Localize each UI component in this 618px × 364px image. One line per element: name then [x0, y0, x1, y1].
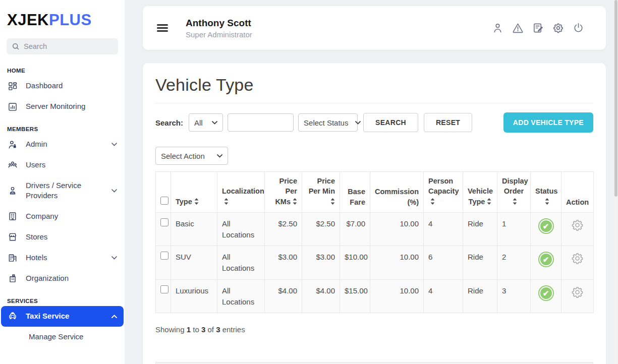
column-header-label: Price Per Min — [309, 177, 335, 195]
search-input[interactable] — [228, 113, 294, 132]
status-filter-select[interactable]: Select Status — [298, 113, 358, 132]
sidebar-item-label: Drivers / Service Providers — [26, 180, 104, 201]
cell-person-capacity: 6 — [424, 246, 463, 280]
sort-icon[interactable] — [330, 197, 335, 207]
row-checkbox[interactable] — [160, 252, 168, 260]
summary-text: entries — [222, 325, 245, 334]
row-checkbox[interactable] — [160, 285, 168, 293]
cell-display-order: 1 — [497, 212, 531, 246]
settings-icon[interactable] — [552, 22, 565, 34]
sidebar-item-label: Taxi Service — [26, 311, 104, 321]
cell-commission: 10.00 — [370, 246, 424, 280]
sort-icon[interactable] — [513, 197, 517, 207]
sidebar-item-organization[interactable]: Organization — [0, 268, 125, 289]
cell-base-fare: $7.00 — [340, 212, 370, 246]
monitor-icon — [8, 101, 18, 112]
reset-button[interactable]: RESET — [424, 113, 472, 132]
search-field-select[interactable]: All — [189, 113, 223, 132]
cell-price-per-min: $2.50 — [302, 212, 340, 246]
topbar-icons — [491, 22, 585, 34]
sidebar-item-manage-service[interactable]: Manage Service — [0, 327, 125, 347]
sidebar-section-label: MEMBERS — [0, 117, 125, 134]
sort-icon[interactable] — [487, 197, 491, 207]
sort-icon[interactable] — [545, 197, 549, 207]
user-role: Super Administrator — [186, 30, 252, 39]
row-settings-gear-icon[interactable] — [571, 252, 584, 265]
column-header-type[interactable]: Type — [171, 172, 217, 213]
organization-icon — [8, 273, 18, 284]
dashboard-icon — [8, 81, 18, 91]
users-icon — [8, 160, 18, 170]
status-active-icon[interactable]: ✔ — [538, 285, 554, 301]
sidebar-item-label: Stores — [26, 232, 118, 242]
cell-localization: All Locations — [217, 246, 265, 280]
sidebar-item-label: Organization — [26, 273, 118, 283]
cell-status: ✔ — [531, 279, 561, 313]
sidebar-section-label: SERVICES — [0, 289, 125, 306]
cell-display-order: 2 — [497, 246, 531, 280]
column-header-display-order[interactable]: Display Order — [497, 172, 531, 213]
select-all-checkbox[interactable] — [160, 197, 168, 205]
row-settings-gear-icon[interactable] — [571, 285, 584, 299]
cell-status: ✔ — [531, 212, 561, 246]
cell-person-capacity: 4 — [424, 212, 463, 246]
cell-price-per-min: $4.00 — [302, 279, 340, 313]
sidebar-item-drivers-service-providers[interactable]: Drivers / Service Providers — [0, 175, 125, 206]
scrollbar-thumb[interactable] — [614, 0, 617, 197]
column-header-price-per-min[interactable]: Price Per Min — [302, 172, 340, 213]
row-settings-gear-icon[interactable] — [571, 218, 584, 232]
profile-icon[interactable] — [491, 22, 504, 34]
user-name: Anthony Scott — [186, 18, 252, 29]
column-header-person-capacity[interactable]: Person Capacity — [424, 172, 463, 213]
column-header-label: Type — [176, 198, 192, 206]
vehicle-type-table: TypeLocalizationPrice Per KMsPrice Per M… — [155, 171, 594, 313]
sort-icon[interactable] — [430, 197, 435, 207]
sidebar-item-taxi-service[interactable]: Taxi Service — [1, 306, 124, 327]
search-button[interactable]: SEARCH — [363, 113, 418, 132]
menu-toggle-icon[interactable] — [157, 22, 168, 33]
sidebar-item-company[interactable]: Company — [0, 206, 125, 227]
sidebar-item-admin[interactable]: Admin — [0, 134, 125, 155]
cell-action — [561, 246, 594, 280]
column-header-price-per-kms[interactable]: Price Per KMs — [265, 172, 302, 213]
cell-vehicle-type: Ride — [463, 246, 497, 280]
cell-display-order: 3 — [497, 279, 531, 313]
report-icon[interactable] — [532, 22, 544, 34]
column-header-label: Status — [535, 187, 557, 195]
user-info: Anthony Scott Super Administrator — [186, 18, 252, 39]
sidebar-item-stores[interactable]: Stores — [0, 227, 125, 248]
alert-icon[interactable] — [512, 22, 524, 34]
sidebar-search-input[interactable] — [24, 42, 113, 50]
topbar: Anthony Scott Super Administrator — [143, 6, 606, 50]
sidebar-item-server-monitoring[interactable]: Server Monitoring — [0, 96, 125, 117]
sidebar-search[interactable] — [7, 38, 118, 54]
add-vehicle-type-button[interactable]: ADD VEHICLE TYPE — [503, 112, 593, 133]
column-header-commission: Commission (%) — [370, 172, 424, 213]
sidebar-item-label: Admin — [26, 139, 104, 149]
column-header-localization[interactable]: Localization — [217, 172, 265, 213]
status-active-icon[interactable]: ✔ — [538, 252, 554, 267]
cell-price-per-min: $3.00 — [302, 246, 340, 280]
status-active-icon[interactable]: ✔ — [538, 218, 554, 234]
sort-icon[interactable] — [194, 197, 199, 207]
entries-summary: Showing 1 to 3 of 3 entries — [155, 325, 593, 334]
cell-action — [561, 279, 594, 313]
cell-commission: 10.00 — [370, 212, 424, 246]
company-icon — [8, 211, 18, 222]
cell-price-per-kms: $3.00 — [265, 246, 302, 280]
scrollbar[interactable] — [614, 0, 618, 364]
column-header-vehicle-type[interactable]: Vehicle Type — [463, 172, 497, 213]
sidebar-item-users[interactable]: Users — [0, 155, 125, 175]
cell-base-fare: $15.00 — [340, 279, 370, 313]
sidebar-item-hotels[interactable]: Hotels — [0, 248, 125, 268]
row-checkbox[interactable] — [160, 218, 168, 226]
bulk-action-select[interactable]: Select Action — [155, 147, 228, 165]
sidebar-item-dashboard[interactable]: Dashboard — [0, 76, 125, 96]
column-header-status[interactable]: Status — [531, 172, 561, 213]
sort-icon[interactable] — [224, 197, 229, 207]
column-header-label: Localization — [222, 187, 264, 195]
status-filter-select-value: Select Status — [304, 118, 348, 127]
notes-section: Notes: — [155, 362, 593, 364]
sort-icon[interactable] — [293, 197, 297, 207]
logout-icon[interactable] — [572, 22, 585, 34]
